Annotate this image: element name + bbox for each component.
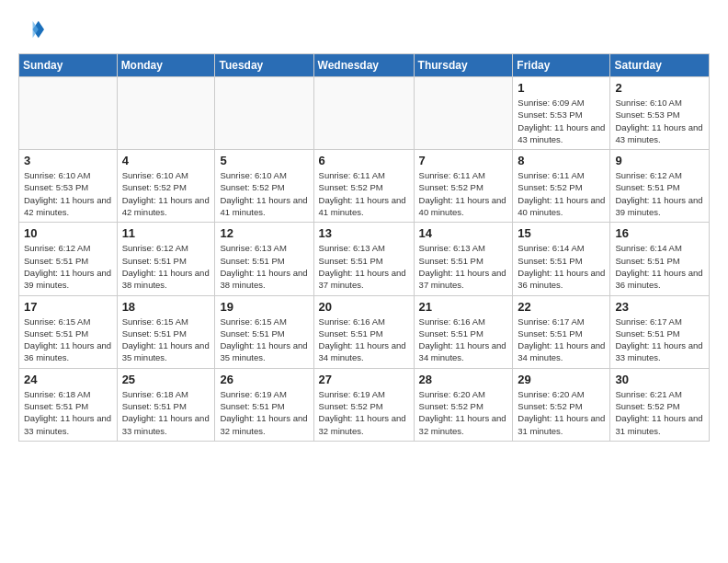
day-number: 18 — [122, 300, 210, 314]
cell-info: Sunrise: 6:15 AM Sunset: 5:51 PM Dayligh… — [122, 316, 210, 364]
day-number: 19 — [220, 300, 308, 314]
cell-info: Sunrise: 6:12 AM Sunset: 5:51 PM Dayligh… — [24, 242, 112, 291]
day-number: 12 — [220, 226, 308, 240]
page: SundayMondayTuesdayWednesdayThursdayFrid… — [0, 0, 728, 451]
day-number: 20 — [319, 300, 409, 314]
calendar-cell: 8Sunrise: 6:11 AM Sunset: 5:52 PM Daylig… — [513, 150, 610, 223]
calendar-cell: 20Sunrise: 6:16 AM Sunset: 5:51 PM Dayli… — [313, 295, 414, 368]
cell-info: Sunrise: 6:14 AM Sunset: 5:51 PM Dayligh… — [518, 242, 605, 291]
calendar-week-3: 10Sunrise: 6:12 AM Sunset: 5:51 PM Dayli… — [19, 223, 710, 295]
col-header-saturday: Saturday — [610, 54, 710, 77]
day-number: 10 — [24, 226, 112, 240]
calendar-cell: 17Sunrise: 6:15 AM Sunset: 5:51 PM Dayli… — [19, 295, 118, 368]
day-number: 23 — [615, 300, 704, 314]
cell-info: Sunrise: 6:12 AM Sunset: 5:51 PM Dayligh… — [615, 169, 704, 218]
day-number: 15 — [518, 226, 605, 240]
logo — [18, 17, 48, 42]
day-number: 16 — [615, 226, 704, 240]
day-number: 14 — [419, 226, 508, 240]
cell-info: Sunrise: 6:11 AM Sunset: 5:52 PM Dayligh… — [419, 169, 508, 218]
calendar-week-2: 3Sunrise: 6:10 AM Sunset: 5:53 PM Daylig… — [19, 150, 710, 223]
cell-info: Sunrise: 6:19 AM Sunset: 5:52 PM Dayligh… — [319, 388, 409, 437]
cell-info: Sunrise: 6:17 AM Sunset: 5:51 PM Dayligh… — [615, 316, 704, 364]
day-number: 30 — [615, 373, 704, 386]
cell-info: Sunrise: 6:18 AM Sunset: 5:51 PM Dayligh… — [24, 388, 112, 437]
cell-info: Sunrise: 6:20 AM Sunset: 5:52 PM Dayligh… — [419, 388, 508, 437]
cell-info: Sunrise: 6:15 AM Sunset: 5:51 PM Dayligh… — [220, 316, 308, 364]
day-number: 11 — [122, 226, 210, 240]
calendar-cell — [313, 77, 414, 150]
cell-info: Sunrise: 6:11 AM Sunset: 5:52 PM Dayligh… — [518, 169, 605, 218]
calendar-table: SundayMondayTuesdayWednesdayThursdayFrid… — [18, 53, 710, 442]
cell-info: Sunrise: 6:17 AM Sunset: 5:51 PM Dayligh… — [518, 316, 605, 364]
calendar-cell: 28Sunrise: 6:20 AM Sunset: 5:52 PM Dayli… — [414, 368, 513, 441]
calendar-cell — [19, 77, 118, 150]
calendar-cell: 26Sunrise: 6:19 AM Sunset: 5:51 PM Dayli… — [215, 368, 313, 441]
day-number: 6 — [319, 154, 409, 167]
col-header-thursday: Thursday — [414, 54, 513, 77]
day-number: 9 — [615, 154, 704, 167]
day-number: 22 — [518, 300, 605, 314]
calendar-cell: 24Sunrise: 6:18 AM Sunset: 5:51 PM Dayli… — [19, 368, 118, 441]
day-number: 24 — [24, 373, 112, 386]
cell-info: Sunrise: 6:13 AM Sunset: 5:51 PM Dayligh… — [220, 242, 308, 291]
calendar-cell: 3Sunrise: 6:10 AM Sunset: 5:53 PM Daylig… — [19, 150, 118, 223]
day-number: 2 — [615, 81, 704, 95]
calendar-week-1: 1Sunrise: 6:09 AM Sunset: 5:53 PM Daylig… — [19, 77, 710, 150]
cell-info: Sunrise: 6:10 AM Sunset: 5:52 PM Dayligh… — [122, 169, 210, 218]
cell-info: Sunrise: 6:16 AM Sunset: 5:51 PM Dayligh… — [319, 316, 409, 364]
cell-info: Sunrise: 6:10 AM Sunset: 5:53 PM Dayligh… — [24, 169, 112, 218]
calendar-cell — [414, 77, 513, 150]
day-number: 13 — [319, 226, 409, 240]
cell-info: Sunrise: 6:20 AM Sunset: 5:52 PM Dayligh… — [518, 388, 605, 437]
cell-info: Sunrise: 6:14 AM Sunset: 5:51 PM Dayligh… — [615, 242, 704, 291]
calendar-cell: 14Sunrise: 6:13 AM Sunset: 5:51 PM Dayli… — [414, 223, 513, 295]
day-number: 17 — [24, 300, 112, 314]
calendar-week-4: 17Sunrise: 6:15 AM Sunset: 5:51 PM Dayli… — [19, 295, 710, 368]
day-number: 21 — [419, 300, 508, 314]
calendar-cell: 27Sunrise: 6:19 AM Sunset: 5:52 PM Dayli… — [313, 368, 414, 441]
day-number: 26 — [220, 373, 308, 386]
col-header-friday: Friday — [513, 54, 610, 77]
day-number: 25 — [122, 373, 210, 386]
calendar-cell: 9Sunrise: 6:12 AM Sunset: 5:51 PM Daylig… — [610, 150, 710, 223]
calendar-cell: 19Sunrise: 6:15 AM Sunset: 5:51 PM Dayli… — [215, 295, 313, 368]
calendar-header-row: SundayMondayTuesdayWednesdayThursdayFrid… — [19, 54, 710, 77]
col-header-sunday: Sunday — [19, 54, 118, 77]
cell-info: Sunrise: 6:13 AM Sunset: 5:51 PM Dayligh… — [419, 242, 508, 291]
calendar-cell: 18Sunrise: 6:15 AM Sunset: 5:51 PM Dayli… — [117, 295, 215, 368]
calendar-cell: 25Sunrise: 6:18 AM Sunset: 5:51 PM Dayli… — [117, 368, 215, 441]
calendar-cell: 21Sunrise: 6:16 AM Sunset: 5:51 PM Dayli… — [414, 295, 513, 368]
col-header-wednesday: Wednesday — [313, 54, 414, 77]
calendar-cell: 29Sunrise: 6:20 AM Sunset: 5:52 PM Dayli… — [513, 368, 610, 441]
calendar-cell: 6Sunrise: 6:11 AM Sunset: 5:52 PM Daylig… — [313, 150, 414, 223]
logo-icon — [18, 17, 44, 42]
calendar-cell: 7Sunrise: 6:11 AM Sunset: 5:52 PM Daylig… — [414, 150, 513, 223]
day-number: 27 — [319, 373, 409, 386]
day-number: 28 — [419, 373, 508, 386]
calendar-cell: 15Sunrise: 6:14 AM Sunset: 5:51 PM Dayli… — [513, 223, 610, 295]
day-number: 7 — [419, 154, 508, 167]
cell-info: Sunrise: 6:19 AM Sunset: 5:51 PM Dayligh… — [220, 388, 308, 437]
cell-info: Sunrise: 6:15 AM Sunset: 5:51 PM Dayligh… — [24, 316, 112, 364]
calendar-cell: 2Sunrise: 6:10 AM Sunset: 5:53 PM Daylig… — [610, 77, 710, 150]
day-number: 3 — [24, 154, 112, 167]
cell-info: Sunrise: 6:18 AM Sunset: 5:51 PM Dayligh… — [122, 388, 210, 437]
day-number: 1 — [518, 81, 605, 95]
col-header-tuesday: Tuesday — [215, 54, 313, 77]
day-number: 8 — [518, 154, 605, 167]
calendar-cell: 5Sunrise: 6:10 AM Sunset: 5:52 PM Daylig… — [215, 150, 313, 223]
calendar-cell: 12Sunrise: 6:13 AM Sunset: 5:51 PM Dayli… — [215, 223, 313, 295]
cell-info: Sunrise: 6:11 AM Sunset: 5:52 PM Dayligh… — [319, 169, 409, 218]
cell-info: Sunrise: 6:16 AM Sunset: 5:51 PM Dayligh… — [419, 316, 508, 364]
day-number: 4 — [122, 154, 210, 167]
calendar-cell: 23Sunrise: 6:17 AM Sunset: 5:51 PM Dayli… — [610, 295, 710, 368]
calendar-cell: 30Sunrise: 6:21 AM Sunset: 5:52 PM Dayli… — [610, 368, 710, 441]
col-header-monday: Monday — [117, 54, 215, 77]
calendar-cell: 16Sunrise: 6:14 AM Sunset: 5:51 PM Dayli… — [610, 223, 710, 295]
cell-info: Sunrise: 6:21 AM Sunset: 5:52 PM Dayligh… — [615, 388, 704, 437]
calendar-cell: 22Sunrise: 6:17 AM Sunset: 5:51 PM Dayli… — [513, 295, 610, 368]
calendar-cell — [215, 77, 313, 150]
day-number: 29 — [518, 373, 605, 386]
calendar-cell: 11Sunrise: 6:12 AM Sunset: 5:51 PM Dayli… — [117, 223, 215, 295]
